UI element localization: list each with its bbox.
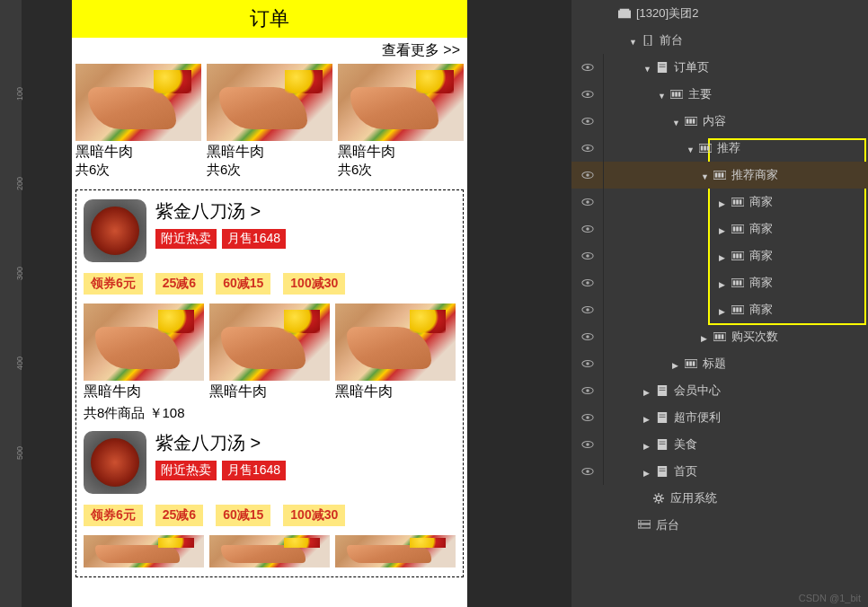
food-item[interactable]: 黑暗牛肉 [84,304,204,401]
tree-node-order-page[interactable]: 订单页 [571,54,868,81]
food-item[interactable]: 黑暗牛肉 [209,304,330,401]
svg-rect-38 [740,199,742,204]
food-item[interactable] [84,535,204,567]
visibility-icon[interactable] [581,90,594,99]
svg-rect-31 [718,172,721,177]
svg-rect-13 [675,92,678,96]
tree-node-merchant[interactable]: 商家 [571,269,868,296]
merchant-title[interactable]: 紫金八刀汤 > [155,199,286,224]
visibility-icon[interactable] [581,251,594,260]
caret-icon[interactable] [643,438,652,452]
food-item[interactable] [209,535,330,567]
tree-node-recommend[interactable]: 推荐 [571,135,868,162]
caret-icon[interactable] [719,223,728,236]
caret-icon[interactable] [719,196,728,209]
visibility-icon[interactable] [581,144,594,153]
food-item[interactable] [335,535,456,567]
food-item[interactable]: 黑暗牛肉 [335,304,456,401]
caret-icon[interactable] [719,304,728,317]
visibility-icon[interactable] [581,305,594,314]
caret-icon[interactable] [658,88,667,101]
caret-icon[interactable] [719,277,728,290]
layer-tree-panel[interactable]: [1320]美团2 前台 订单页 [571,0,868,607]
tree-node-recommend-merchant[interactable]: 推荐商家 [571,162,868,189]
page-icon [656,466,669,477]
svg-rect-50 [740,253,742,258]
page-icon [656,385,669,396]
visibility-icon[interactable] [581,278,594,287]
tree-node-root[interactable]: [1320]美团2 [571,0,868,27]
badge-hot: 附近热卖 [155,461,217,480]
food-count: 共6次 [207,162,332,179]
caret-icon[interactable] [643,411,652,425]
tree-node-supermarket[interactable]: 超市便利 [571,404,868,431]
visibility-icon[interactable] [581,171,594,180]
tree-node-member-center[interactable]: 会员中心 [571,377,868,404]
tree-node-backend[interactable]: 后台 [571,512,868,539]
food-image [207,64,332,141]
visibility-icon[interactable] [581,467,594,476]
visibility-icon[interactable] [581,440,594,449]
caret-icon[interactable] [643,61,652,75]
phone-preview[interactable]: 订单 查看更多 >> 黑暗牛肉 共6次 黑暗牛肉 共6次 黑暗牛肉 共 [72,0,467,607]
food-name: 黑暗牛肉 [207,143,332,162]
svg-rect-12 [672,92,675,96]
caret-icon[interactable] [643,465,652,479]
merchant-title[interactable]: 紫金八刀汤 > [155,431,286,455]
tree-node-food[interactable]: 美食 [571,431,868,458]
caret-icon[interactable] [672,115,681,128]
caret-icon[interactable] [686,142,695,155]
tree-node-content[interactable]: 内容 [571,108,868,135]
panel-icon [731,277,744,288]
tree-label: 商家 [749,248,773,264]
caret-icon[interactable] [672,357,681,371]
visibility-icon[interactable] [581,359,594,368]
tree-node-merchant[interactable]: 商家 [571,296,868,323]
tree-node-purchase-count[interactable]: 购买次数 [571,323,868,350]
svg-point-34 [586,200,589,204]
svg-rect-96 [638,520,651,523]
food-item[interactable]: 黑暗牛肉 共6次 [75,64,201,179]
tree-node-merchant[interactable]: 商家 [571,216,868,242]
caret-icon[interactable] [701,169,710,182]
visibility-icon[interactable] [581,386,594,395]
tree-node-main[interactable]: 主要 [571,81,868,108]
visibility-icon[interactable] [581,117,594,126]
tree-node-app-system[interactable]: 应用系统 [571,485,868,512]
view-more-link[interactable]: 查看更多 >> [72,38,467,64]
tree-label: 前台 [660,32,683,48]
svg-rect-78 [660,388,666,389]
visibility-icon[interactable] [581,198,594,207]
device-icon [642,35,654,46]
svg-rect-36 [733,199,736,204]
svg-rect-7 [660,65,666,66]
caret-icon[interactable] [719,250,728,263]
svg-rect-79 [660,390,666,391]
svg-rect-18 [686,119,689,123]
svg-point-70 [586,362,589,365]
food-image [84,304,204,381]
food-image [335,304,456,381]
tree-node-merchant[interactable]: 商家 [571,189,868,216]
caret-icon[interactable] [629,34,638,48]
visibility-icon[interactable] [581,332,594,341]
food-image [209,535,330,567]
tree-node-frontend[interactable]: 前台 [571,27,868,54]
food-item[interactable]: 黑暗牛肉 共6次 [338,64,464,179]
panel-icon [731,224,744,234]
svg-rect-0 [618,11,631,19]
caret-icon[interactable] [643,384,652,398]
svg-rect-43 [736,226,739,231]
tree-node-merchant[interactable]: 商家 [571,242,868,269]
tree-label: 美食 [674,436,697,453]
tree-node-title[interactable]: 标题 [571,350,868,377]
tree-label: 商家 [749,221,773,237]
merchant-card[interactable]: 紫金八刀汤 > 附近热卖 月售1648 领券6元 25减6 60减15 100减… [75,189,464,577]
tree-node-home[interactable]: 首页 [571,458,868,485]
tree-label: 超市便利 [674,409,721,426]
visibility-icon[interactable] [581,413,594,422]
visibility-icon[interactable] [581,224,594,233]
food-item[interactable]: 黑暗牛肉 共6次 [207,64,332,179]
visibility-icon[interactable] [581,63,594,72]
caret-icon[interactable] [701,330,710,344]
